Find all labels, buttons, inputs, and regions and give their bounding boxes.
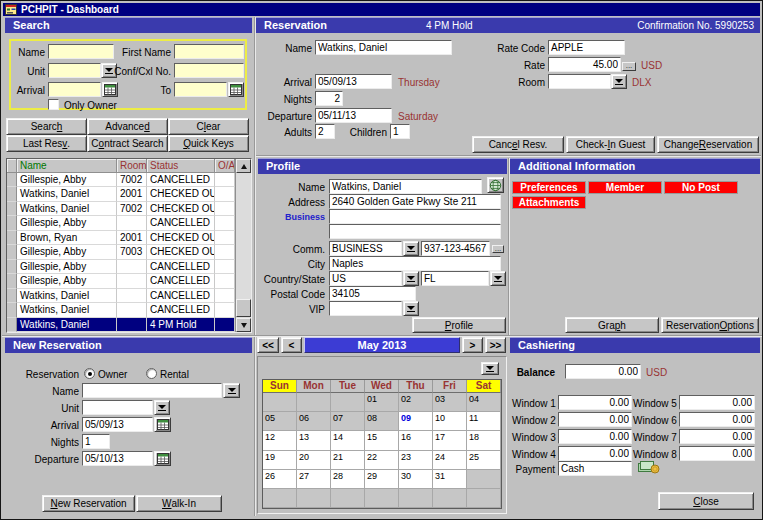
- calendar-day[interactable]: 14: [331, 431, 365, 450]
- nr-departure-date-picker-button[interactable]: [154, 451, 171, 466]
- calendar-day[interactable]: 10: [433, 412, 467, 431]
- owner-radio[interactable]: [84, 368, 95, 379]
- scroll-up-button[interactable]: [236, 159, 251, 173]
- scroll-down-button[interactable]: [236, 318, 251, 332]
- search-unit-input[interactable]: [48, 63, 101, 78]
- close-button[interactable]: Close: [658, 492, 754, 510]
- next-month-button[interactable]: >: [462, 337, 483, 353]
- calendar-day[interactable]: 13: [297, 431, 331, 450]
- table-row[interactable]: Brown, Ryan2001CHECKED OUT: [7, 231, 235, 245]
- preferences-badge[interactable]: Preferences: [512, 181, 586, 194]
- quick-keys-button[interactable]: Quick Keys: [168, 135, 249, 152]
- new-reservation-button[interactable]: New Reservation: [42, 495, 135, 512]
- cancel-resv-button[interactable]: Cancel Resv.: [472, 136, 564, 153]
- calendar-day[interactable]: 21: [331, 451, 365, 470]
- window-amount-field[interactable]: [558, 429, 632, 444]
- vip-dropdown-button[interactable]: [403, 301, 419, 316]
- calendar-day[interactable]: 22: [365, 451, 399, 470]
- table-row[interactable]: Gillespie, Abby7002CANCELLED: [7, 173, 235, 187]
- change-reservation-button[interactable]: Change Reservation: [657, 136, 759, 153]
- room-dropdown-button[interactable]: [611, 74, 627, 89]
- rate-code-input[interactable]: [548, 40, 625, 55]
- profile-name-input[interactable]: [329, 179, 482, 194]
- city-input[interactable]: [329, 256, 501, 271]
- calendar-day[interactable]: 05: [263, 412, 297, 431]
- clear-button[interactable]: Clear: [168, 118, 249, 135]
- search-arrival-input[interactable]: [48, 82, 101, 97]
- no-post-badge[interactable]: No Post: [664, 181, 738, 194]
- nr-unit-dropdown-button[interactable]: [154, 400, 170, 415]
- address2-input[interactable]: [329, 224, 501, 239]
- postal-code-input[interactable]: [329, 286, 416, 301]
- window-amount-field[interactable]: [679, 446, 755, 461]
- table-row[interactable]: Watkins, DanielCANCELLED: [7, 289, 235, 303]
- calendar-day[interactable]: 03: [433, 393, 467, 412]
- table-row[interactable]: Watkins, Daniel4 PM Hold: [7, 318, 235, 332]
- comm-type-dropdown-button[interactable]: [403, 241, 419, 256]
- last-resv-button[interactable]: Last Resv.: [6, 135, 87, 152]
- arrival-date-picker-button[interactable]: [102, 82, 118, 97]
- calendar-day[interactable]: 17: [433, 431, 467, 450]
- nights-input[interactable]: [315, 91, 343, 106]
- comm-ellipsis-button[interactable]: ...: [492, 245, 504, 253]
- prev-year-button[interactable]: <<: [257, 337, 279, 353]
- contract-search-button[interactable]: Contract Search: [87, 135, 168, 152]
- search-conf-cxl-input[interactable]: [174, 63, 244, 78]
- column-header-oa[interactable]: O/A: [215, 159, 235, 173]
- window-amount-field[interactable]: [679, 429, 755, 444]
- rental-radio[interactable]: [146, 368, 157, 379]
- globe-button[interactable]: [487, 177, 504, 193]
- calendar-day[interactable]: 27: [297, 470, 331, 489]
- table-row[interactable]: Watkins, Daniel7002CHECKED OUT: [7, 202, 235, 216]
- table-row[interactable]: Gillespie, AbbyCANCELLED: [7, 216, 235, 230]
- calendar-day[interactable]: 07: [331, 412, 365, 431]
- column-header-room[interactable]: Room: [117, 159, 147, 173]
- table-row[interactable]: Gillespie, AbbyCANCELLED: [7, 260, 235, 274]
- nr-departure-input[interactable]: [82, 451, 153, 466]
- calendar-day[interactable]: 19: [263, 451, 297, 470]
- to-date-picker-button[interactable]: [228, 82, 244, 97]
- calendar-day[interactable]: 20: [297, 451, 331, 470]
- calendar-day[interactable]: 12: [263, 431, 297, 450]
- search-button[interactable]: Search: [6, 118, 87, 135]
- column-header-name[interactable]: Name: [17, 159, 117, 173]
- table-row[interactable]: Gillespie, Abby7003CHECKED OUT: [7, 245, 235, 259]
- nr-nights-input[interactable]: [82, 434, 110, 449]
- window-amount-field[interactable]: [679, 412, 755, 427]
- res-arrival-input[interactable]: [315, 74, 392, 89]
- calendar-day[interactable]: 01: [365, 393, 399, 412]
- payment-money-icon[interactable]: [638, 460, 660, 474]
- walk-in-button[interactable]: Walk-In: [136, 495, 222, 512]
- country-input[interactable]: [329, 271, 402, 286]
- business-input[interactable]: [329, 209, 501, 224]
- room-input[interactable]: [548, 74, 611, 89]
- check-in-guest-button[interactable]: Check-In Guest: [566, 136, 655, 153]
- calendar-day[interactable]: 25: [467, 451, 501, 470]
- window-amount-field[interactable]: [558, 395, 632, 410]
- adults-input[interactable]: [315, 124, 335, 139]
- calendar-day[interactable]: 09: [399, 412, 433, 431]
- vip-input[interactable]: [329, 301, 402, 316]
- member-badge[interactable]: Member: [588, 181, 662, 194]
- comm-number-input[interactable]: [421, 241, 490, 256]
- nr-name-dropdown-button[interactable]: [223, 383, 240, 398]
- only-owner-checkbox[interactable]: [48, 99, 59, 110]
- column-header-status[interactable]: Status: [147, 159, 215, 173]
- window-amount-field[interactable]: [558, 446, 632, 461]
- table-row[interactable]: Watkins, DanielCANCELLED: [7, 303, 235, 317]
- calendar-day[interactable]: 24: [433, 451, 467, 470]
- calendar-day[interactable]: 02: [399, 393, 433, 412]
- nr-arrival-date-picker-button[interactable]: [154, 417, 171, 432]
- calendar-day[interactable]: 06: [297, 412, 331, 431]
- attachments-badge[interactable]: Attachments: [512, 196, 586, 209]
- calendar-day[interactable]: 18: [467, 431, 501, 450]
- payment-input[interactable]: [558, 461, 632, 476]
- calendar-day[interactable]: 16: [399, 431, 433, 450]
- calendar-day[interactable]: 11: [467, 412, 501, 431]
- departure-input[interactable]: [315, 108, 392, 123]
- calendar-day[interactable]: 31: [433, 470, 467, 489]
- calendar-day[interactable]: 15: [365, 431, 399, 450]
- children-input[interactable]: [390, 124, 410, 139]
- country-dropdown-button[interactable]: [403, 271, 419, 286]
- calendar-day[interactable]: 08: [365, 412, 399, 431]
